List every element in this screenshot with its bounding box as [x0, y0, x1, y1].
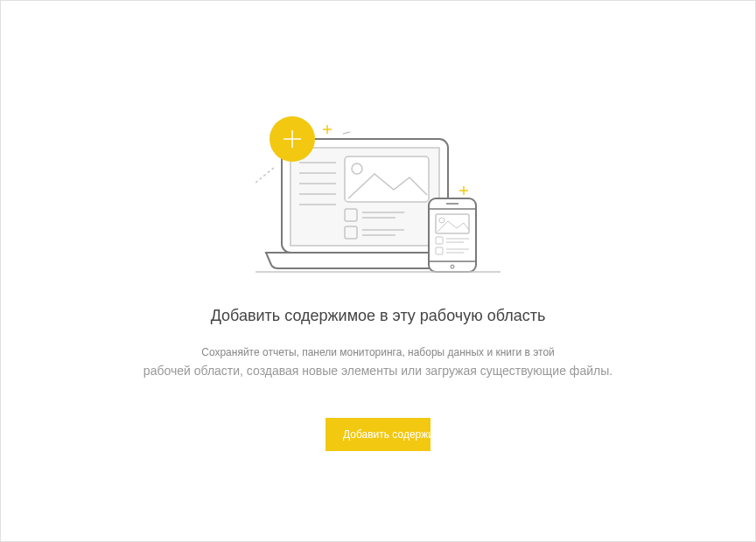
workspace-illustration [256, 115, 500, 281]
svg-line-2 [256, 167, 275, 183]
description-line-1: Сохраняйте отчеты, панели мониторинга, н… [144, 344, 612, 361]
add-content-button[interactable]: Добавить содержимое [326, 418, 430, 451]
svg-line-3 [343, 132, 350, 134]
empty-workspace-state: Добавить содержимое в эту рабочую област… [1, 1, 755, 451]
empty-state-heading: Добавить содержимое в эту рабочую област… [211, 307, 546, 325]
description-line-2: рабочей области, создавая новые элементы… [144, 361, 612, 380]
empty-state-description: Сохраняйте отчеты, панели мониторинга, н… [144, 344, 612, 381]
